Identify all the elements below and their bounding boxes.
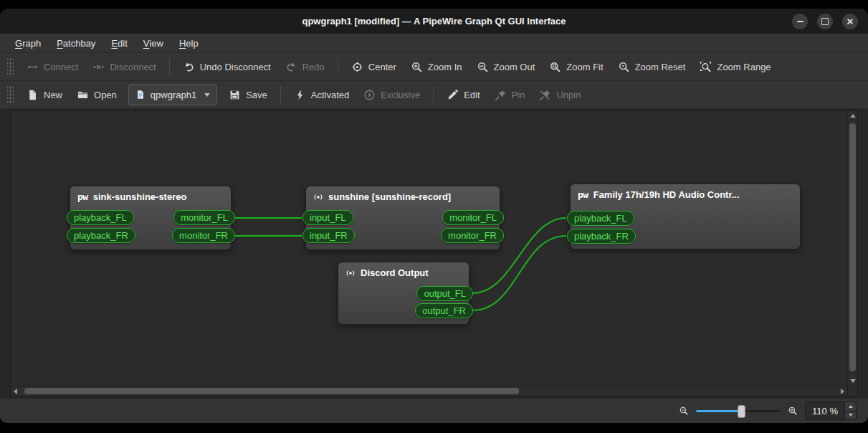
app-window: qpwgraph1 [modified] — A PipeWire Graph … bbox=[0, 9, 868, 423]
zoom-range-button[interactable]: Zoom Range bbox=[692, 56, 778, 77]
node-discord-output[interactable]: Discord Output output_FL output_FR bbox=[338, 262, 469, 325]
vertical-scrollbar[interactable] bbox=[847, 111, 857, 386]
node-sink-sunshine-stereo[interactable]: pw sink-sunshine-stereo playback_FL play… bbox=[70, 186, 232, 250]
zoom-out-icon[interactable] bbox=[679, 406, 689, 416]
open-folder-icon bbox=[77, 89, 89, 101]
unpin-icon bbox=[539, 89, 551, 101]
zoom-slider[interactable] bbox=[696, 404, 781, 418]
zoom-range-icon bbox=[700, 61, 712, 73]
menu-graph[interactable]: Graph bbox=[7, 34, 49, 52]
node-title: pw Family 17h/19h HD Audio Contr... bbox=[571, 184, 800, 203]
undo-icon bbox=[183, 61, 195, 73]
port-input_FR[interactable]: input_FR bbox=[302, 228, 355, 243]
zoom-range-label: Zoom Range bbox=[717, 62, 771, 72]
activated-label: Activated bbox=[311, 90, 349, 100]
port-output_FL[interactable]: output_FL bbox=[416, 286, 473, 301]
patchbay-file-icon bbox=[135, 90, 146, 100]
toolbar-separator bbox=[169, 58, 170, 75]
toolbar-grip[interactable] bbox=[7, 58, 14, 75]
activated-button[interactable]: Activated bbox=[287, 84, 356, 105]
node-title-text: Family 17h/19h HD Audio Contr... bbox=[593, 189, 740, 200]
arrow-up-icon bbox=[849, 405, 853, 408]
vertical-scroll-thumb[interactable] bbox=[849, 123, 856, 371]
port-playback_FR[interactable]: playback_FR bbox=[567, 229, 636, 244]
port-monitor_FR[interactable]: monitor_FR bbox=[441, 228, 504, 243]
menu-help[interactable]: Help bbox=[171, 34, 206, 52]
port-output_FR[interactable]: output_FR bbox=[415, 303, 473, 318]
redo-button[interactable]: Redo bbox=[278, 56, 332, 77]
maximize-button[interactable] bbox=[817, 14, 833, 29]
arrow-right-icon bbox=[841, 389, 844, 394]
zoom-in-icon[interactable] bbox=[788, 406, 798, 416]
zoom-in-label: Zoom In bbox=[428, 62, 462, 72]
port-monitor_FL[interactable]: monitor_FL bbox=[442, 210, 504, 225]
window-controls bbox=[792, 14, 858, 29]
scroll-up-button[interactable] bbox=[848, 111, 857, 120]
unpin-button[interactable]: Unpin bbox=[532, 84, 588, 105]
node-family-hd-audio[interactable]: pw Family 17h/19h HD Audio Contr... play… bbox=[570, 184, 801, 249]
arrow-up-icon bbox=[850, 114, 856, 118]
graph-canvas[interactable]: pw sink-sunshine-stereo playback_FL play… bbox=[11, 111, 847, 386]
port-playback_FL[interactable]: playback_FL bbox=[567, 211, 634, 226]
zoom-increment-button[interactable] bbox=[845, 402, 856, 411]
zoom-fit-label: Zoom Fit bbox=[566, 62, 603, 72]
disconnect-icon bbox=[92, 61, 105, 73]
port-input_FL[interactable]: input_FL bbox=[302, 210, 353, 225]
horizontal-scrollbar[interactable] bbox=[11, 386, 847, 396]
pipewire-icon: pw bbox=[578, 189, 588, 200]
zoom-slider-handle[interactable] bbox=[738, 405, 745, 418]
toolbar-grip[interactable] bbox=[7, 86, 14, 103]
exclusive-button[interactable]: Exclusive bbox=[356, 84, 427, 105]
scroll-right-button[interactable] bbox=[838, 386, 847, 396]
horizontal-scroll-thumb[interactable] bbox=[24, 388, 519, 394]
undo-button[interactable]: Undo Disconnect bbox=[176, 56, 278, 77]
arrow-down-icon bbox=[850, 379, 856, 383]
save-button[interactable]: Save bbox=[221, 84, 275, 105]
center-button[interactable]: Center bbox=[344, 56, 404, 77]
connect-label: Connect bbox=[44, 62, 78, 72]
pin-label: Pin bbox=[512, 90, 525, 100]
vertical-scroll-track[interactable] bbox=[848, 120, 857, 376]
zoom-out-button[interactable]: Zoom Out bbox=[469, 56, 543, 77]
menu-edit[interactable]: Edit bbox=[103, 34, 135, 52]
zoom-value[interactable]: 110 % bbox=[806, 402, 844, 419]
arrow-left-icon bbox=[14, 389, 17, 394]
menu-patchbay[interactable]: Patchbay bbox=[49, 34, 103, 52]
zoom-decrement-button[interactable] bbox=[845, 411, 856, 420]
exclusive-label: Exclusive bbox=[381, 90, 420, 100]
graph-toolbar: Connect Disconnect Undo Disconnect Redo … bbox=[0, 53, 868, 81]
titlebar[interactable]: qpwgraph1 [modified] — A PipeWire Graph … bbox=[0, 9, 868, 34]
open-button[interactable]: Open bbox=[70, 84, 124, 105]
scroll-left-button[interactable] bbox=[11, 386, 20, 396]
pin-button[interactable]: Pin bbox=[487, 84, 533, 105]
edit-button[interactable]: Edit bbox=[439, 84, 487, 105]
zoom-fit-button[interactable]: Zoom Fit bbox=[542, 56, 610, 77]
patchbay-profile-combo[interactable]: qpwgraph1 bbox=[128, 84, 217, 105]
disconnect-button[interactable]: Disconnect bbox=[85, 56, 163, 77]
activated-bolt-icon bbox=[294, 89, 306, 101]
zoom-spinbox[interactable]: 110 % bbox=[805, 401, 857, 420]
zoom-reset-icon bbox=[618, 61, 630, 73]
chevron-down-icon bbox=[204, 93, 210, 97]
menu-view[interactable]: View bbox=[135, 34, 171, 52]
new-file-icon bbox=[27, 89, 39, 101]
port-monitor_FR[interactable]: monitor_FR bbox=[172, 228, 235, 243]
node-title: sunshine [sunshine-record] bbox=[306, 186, 500, 205]
toolbar-separator bbox=[280, 86, 281, 103]
zoom-in-button[interactable]: Zoom In bbox=[404, 56, 469, 77]
scroll-down-button[interactable] bbox=[848, 376, 857, 386]
minimize-button[interactable] bbox=[792, 14, 808, 29]
arrow-down-icon bbox=[849, 414, 853, 417]
zoom-reset-button[interactable]: Zoom Reset bbox=[611, 56, 693, 77]
zoom-out-label: Zoom Out bbox=[494, 62, 535, 72]
new-button[interactable]: New bbox=[19, 84, 70, 105]
port-monitor_FL[interactable]: monitor_FL bbox=[173, 210, 235, 225]
connect-button[interactable]: Connect bbox=[19, 56, 85, 77]
port-playback_FL[interactable]: playback_FL bbox=[67, 210, 134, 225]
horizontal-scroll-track[interactable] bbox=[20, 386, 838, 396]
disconnect-label: Disconnect bbox=[110, 62, 156, 72]
close-button[interactable] bbox=[842, 14, 858, 29]
port-playback_FR[interactable]: playback_FR bbox=[67, 228, 135, 243]
patchbay-toolbar: New Open qpwgraph1 Save Activated Exclus… bbox=[0, 81, 868, 109]
node-sunshine[interactable]: sunshine [sunshine-record] input_FL inpu… bbox=[305, 186, 500, 250]
